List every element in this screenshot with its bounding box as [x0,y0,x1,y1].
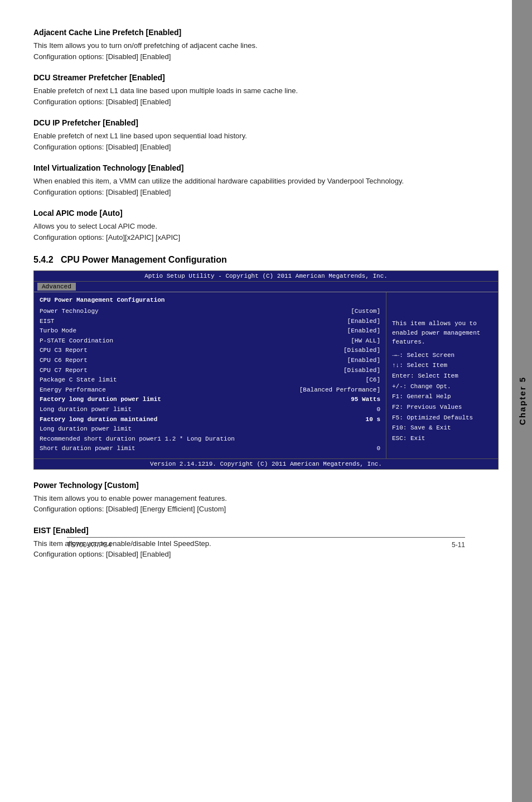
power-technology-body: This item allows you to enable power man… [33,493,499,515]
bios-row-short-dur[interactable]: Short duration power limit 0 [40,444,380,454]
bios-value-c7: [Disabled] [344,366,380,376]
bios-label-c6: CPU C6 Report [40,356,151,366]
section-542-title: 5.4.2 CPU Power Management Configuration [33,255,499,265]
chapter-sidebar: Chapter 5 [512,0,532,802]
bios-row-eist[interactable]: EIST [Enabled] [40,317,380,327]
bios-label-recommended: Recommended short duration power1 1.2 * … [40,436,235,442]
bios-help-text: This item allows you toenabled power man… [392,319,492,347]
bios-row-turbo[interactable]: Turbo Mode [Enabled] [40,326,380,336]
chapter-label: Chapter 5 [518,376,527,425]
key-general-help: F1: General Help [392,392,492,402]
bios-label-pstate: P-STATE Coordination [40,336,151,346]
key-select-screen: →←: Select Screen [392,350,492,361]
dcu-streamer-title: DCU Streamer Prefetcher [Enabled] [33,73,499,82]
bios-row-power-technology[interactable]: Power Technology [Custom] [40,307,380,317]
bios-row-energy[interactable]: Energy Performance [Balanced Performance… [40,385,380,395]
bios-label-factory-maintained: Factory long duration maintained [40,415,157,425]
bios-row-pstate[interactable]: P-STATE Coordination [HW ALL] [40,336,380,346]
bios-footer: Version 2.14.1219. Copyright (C) 2011 Am… [34,458,498,469]
bios-left-panel: CPU Power Management Configuration Power… [34,292,386,458]
bios-label-short-dur: Short duration power limit [40,444,151,454]
bios-header: Aptio Setup Utility - Copyright (C) 2011… [34,271,498,282]
bios-screenshot: Aptio Setup Utility - Copyright (C) 2011… [33,270,499,470]
section-adjacent-cache: Adjacent Cache Line Prefetch [Enabled] T… [33,28,499,62]
bios-value-pkg-c: [C6] [366,375,380,385]
bios-label-turbo: Turbo Mode [40,326,151,336]
section-dcu-streamer: DCU Streamer Prefetcher [Enabled] Enable… [33,73,499,107]
bios-label-energy: Energy Performance [40,385,151,395]
eist-title: EIST [Enabled] [33,526,499,535]
bios-value-short-dur: 0 [347,444,380,454]
intel-vt-body: When enabled this item, a VMM can utiliz… [33,176,499,197]
power-technology-title: Power Technology [Custom] [33,481,499,490]
section-power-technology: Power Technology [Custom] This item allo… [33,481,499,515]
bios-key-legend: →←: Select Screen ↑↓: Select Item Enter:… [392,350,492,444]
bios-row-factory-long[interactable]: Factory long duration power limit 95 Wat… [40,395,380,405]
footer-model: TS700-X7/PS4 [67,541,112,549]
bios-label-eist: EIST [40,317,151,327]
bios-right-panel: This item allows you toenabled power man… [386,292,498,458]
bios-content: CPU Power Management Configuration Power… [34,292,498,458]
section-local-apic: Local APIC mode [Auto] Allows you to sel… [33,209,499,243]
bios-label-c3: CPU C3 Report [40,346,151,356]
bios-row-pkg-c[interactable]: Package C State limit [C6] [40,375,380,385]
page-footer: TS700-X7/PS4 5-11 [67,537,465,549]
bios-tab-advanced[interactable]: Advanced [37,283,76,291]
key-esc: ESC: Exit [392,433,492,444]
bios-section-label: CPU Power Management Configuration [40,297,380,303]
bios-label-factory-long: Factory long duration power limit [40,395,161,405]
adjacent-cache-body: This Item allows you to turn on/off pref… [33,40,499,62]
bios-value-eist: [Enabled] [347,317,380,327]
bios-row-factory-maintained[interactable]: Factory long duration maintained 10 s [40,415,380,425]
bios-label-long-dur: Long duration power limit [40,405,151,415]
local-apic-body: Allows you to select Local APIC mode.Con… [33,221,499,243]
bios-label-pkg-c: Package C State limit [40,375,151,385]
section-542: 5.4.2 CPU Power Management Configuration [33,255,499,265]
bios-value-energy: [Balanced Performance] [299,385,380,395]
bios-value-power-technology: [Custom] [351,307,380,317]
key-optimized-defaults: F5: Optimized Defaults [392,413,492,423]
bios-row-c7[interactable]: CPU C7 Report [Disabled] [40,366,380,376]
dcu-ip-body: Enable prefetch of next L1 line based up… [33,131,499,152]
bios-value-factory-maintained: 10 s [355,415,380,425]
bios-label-power-technology: Power Technology [40,307,151,317]
key-save-exit: F10: Save & Exit [392,423,492,433]
bios-value-long-dur: 0 [347,405,380,415]
bios-value-c6: [Enabled] [347,356,380,366]
section-dcu-ip: DCU IP Prefetcher [Enabled] Enable prefe… [33,118,499,152]
bios-value-turbo: [Enabled] [347,326,380,336]
intel-vt-title: Intel Virtualization Technology [Enabled… [33,163,499,172]
bios-row-c3[interactable]: CPU C3 Report [Disabled] [40,346,380,356]
bios-value-factory-long: 95 Watts [340,395,380,405]
bios-value-pstate: [HW ALL] [351,336,380,346]
key-prev-values: F2: Previous Values [392,402,492,413]
footer-page: 5-11 [452,541,465,549]
section-intel-vt: Intel Virtualization Technology [Enabled… [33,163,499,197]
bios-label-c7: CPU C7 Report [40,366,151,376]
bios-row-recommended: Recommended short duration power1 1.2 * … [40,434,380,445]
key-enter: Enter: Select Item [392,371,492,381]
bios-row-long-dur[interactable]: Long duration power limit 0 [40,405,380,415]
local-apic-title: Local APIC mode [Auto] [33,209,499,218]
dcu-ip-title: DCU IP Prefetcher [Enabled] [33,118,499,127]
bios-label-long-dur2: Long duration power limit [40,424,151,434]
key-select-item-arrow: ↑↓: Select Item [392,360,492,371]
bios-tab-bar: Advanced [34,282,498,292]
bios-row-long-dur2[interactable]: Long duration power limit [40,424,380,434]
key-change-opt: +/-: Change Opt. [392,381,492,392]
adjacent-cache-title: Adjacent Cache Line Prefetch [Enabled] [33,28,499,37]
bios-row-c6[interactable]: CPU C6 Report [Enabled] [40,356,380,366]
bios-value-c3: [Disabled] [344,346,380,356]
dcu-streamer-body: Enable prefetch of next L1 data line bas… [33,85,499,107]
